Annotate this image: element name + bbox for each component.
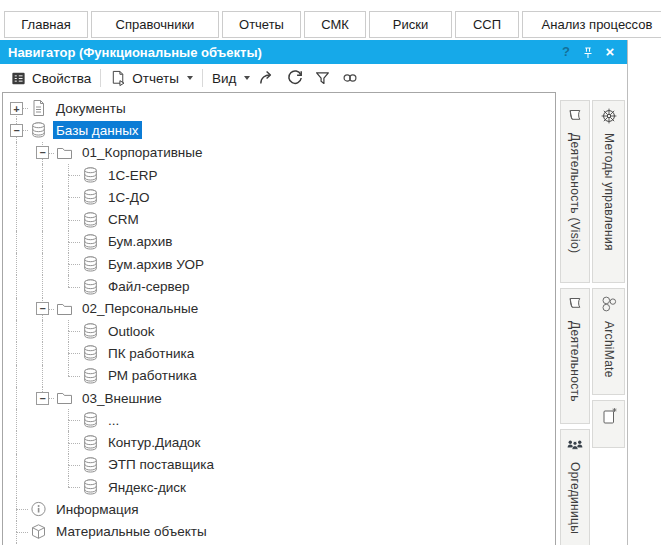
tree-junction [55, 342, 81, 364]
tree-item-label[interactable]: ПК работника [105, 344, 197, 362]
tree-item[interactable]: CRM [3, 208, 555, 230]
tree-junction: − [29, 298, 55, 320]
tree-indent-guide [3, 409, 29, 431]
ribbon-tab[interactable]: Справочники [91, 11, 219, 38]
ribbon-tab[interactable]: Риски [369, 11, 452, 38]
tree-item-label[interactable]: 1С-ДО [105, 188, 152, 206]
tree-item[interactable]: −02_Персональные [3, 298, 555, 320]
tree-indent-guide [3, 342, 29, 364]
tree-item-label[interactable]: Базы данных [53, 121, 142, 139]
chevron-down-icon [187, 76, 193, 80]
tree-item-label[interactable]: 1С-ERP [105, 166, 161, 184]
tree-item[interactable]: ... [3, 409, 555, 431]
tree-item-label[interactable]: РМ работника [105, 367, 200, 385]
tree-item[interactable]: ЭТП поставщика [3, 454, 555, 476]
properties-button[interactable]: Свойства [7, 68, 94, 89]
properties-icon [10, 70, 27, 87]
tree-item-label[interactable]: Outlook [105, 322, 158, 340]
tree-item[interactable]: ПК работника [3, 342, 555, 364]
reports-button[interactable]: Отчеты [107, 68, 196, 89]
tree-item[interactable]: −03_Внешние [3, 387, 555, 409]
tree-item-label[interactable]: Файл-сервер [105, 278, 193, 296]
tree-junction: − [3, 119, 29, 141]
folder-icon [55, 389, 74, 407]
tree-junction [55, 275, 81, 297]
tree-item[interactable]: Бум.архив [3, 231, 555, 253]
tree-item[interactable]: +Документы [3, 97, 555, 119]
tree-item[interactable]: Бум.архив УОР [3, 253, 555, 275]
tree-item-label[interactable]: ЭТП поставщика [105, 456, 217, 474]
reports-label: Отчеты [132, 71, 179, 86]
tree-item[interactable]: 1С-ERP [3, 164, 555, 186]
tree-item[interactable]: Файл-сервер [3, 275, 555, 297]
database-icon [81, 166, 100, 184]
page-new-icon [600, 407, 618, 425]
tree-item-label[interactable]: Информация [53, 500, 142, 518]
link-button[interactable] [336, 67, 364, 89]
view-label: Вид [212, 71, 236, 86]
tree-junction: − [29, 387, 55, 409]
chevron-down-icon [244, 76, 250, 80]
tree-indent-guide [29, 454, 55, 476]
go-to-button[interactable] [253, 67, 281, 89]
tree-item[interactable]: Контур.Диадок [3, 431, 555, 453]
tree-item-label[interactable]: Яндекс-диск [105, 478, 189, 496]
tree-item-label[interactable]: Документы [53, 99, 129, 117]
collapse-icon[interactable]: − [36, 146, 49, 159]
tree-junction [55, 164, 81, 186]
circles-icon [600, 295, 618, 313]
tree-item[interactable]: Outlook [3, 320, 555, 342]
ribbon-tab[interactable]: СМК [304, 11, 366, 38]
tree-indent-guide [29, 431, 55, 453]
help-icon[interactable]: ? [555, 40, 577, 64]
tree-item-label[interactable]: ... [105, 411, 122, 429]
document-icon [29, 99, 48, 117]
side-tab[interactable]: Методы управления [592, 100, 625, 283]
ribbon-tab[interactable]: Отчеты [222, 11, 301, 38]
collapse-icon[interactable]: − [36, 302, 49, 315]
tree-item-label[interactable]: Материальные объекты [53, 523, 210, 541]
tree-indent-guide [3, 231, 29, 253]
collapse-icon[interactable]: − [36, 392, 49, 405]
ribbon-tab[interactable]: Анализ процессов [522, 11, 661, 38]
ribbon-tab[interactable]: Главная [4, 11, 88, 38]
side-tab[interactable]: Деятельность (Visio) [560, 100, 590, 283]
tree-item-label[interactable]: CRM [105, 211, 142, 229]
collapse-icon[interactable]: − [10, 124, 23, 137]
side-tab[interactable] [592, 400, 625, 448]
expand-icon[interactable]: + [10, 102, 23, 115]
tree-item-label[interactable]: 02_Персональные [79, 300, 201, 318]
tree-item[interactable]: Информация [3, 498, 555, 520]
tree-item-label[interactable]: 01_Корпоративные [79, 144, 206, 162]
tree-junction [55, 253, 81, 275]
view-button[interactable]: Вид [209, 69, 253, 88]
tree-item-label[interactable]: 03_Внешние [79, 389, 165, 407]
tree-item[interactable]: Материальные объекты [3, 521, 555, 543]
database-icon [81, 211, 100, 229]
tree-item[interactable]: Яндекс-диск [3, 476, 555, 498]
tree-item[interactable]: РМ работника [3, 365, 555, 387]
tree-junction: − [29, 142, 55, 164]
pin-icon[interactable] [577, 40, 599, 64]
side-tab[interactable]: Деятельность [560, 288, 590, 424]
tree-indent-guide [3, 253, 29, 275]
side-tab[interactable]: ArchiMate [592, 288, 625, 395]
tree-item[interactable]: −Базы данных [3, 119, 555, 141]
navigator-panel: Навигатор (Функциональные объекты) ? × С… [0, 40, 628, 545]
close-icon[interactable]: × [599, 40, 621, 64]
side-tab[interactable]: Оргединицы [560, 429, 590, 545]
tree-item-label[interactable]: Бум.архив УОР [105, 255, 207, 273]
tree-item[interactable]: −01_Корпоративные [3, 142, 555, 164]
filter-button[interactable] [309, 68, 336, 89]
ribbon-tab[interactable]: ССП [455, 11, 519, 38]
database-icon [81, 344, 100, 362]
tree-item[interactable]: 1С-ДО [3, 186, 555, 208]
tree-item-label[interactable]: Контур.Диадок [105, 434, 204, 452]
navigator-title: Навигатор (Функциональные объекты) [8, 45, 262, 60]
flag-icon [566, 107, 584, 125]
tree-junction [3, 521, 29, 543]
tree-indent-guide [3, 476, 29, 498]
database-icon [81, 411, 100, 429]
tree-item-label[interactable]: Бум.архив [105, 233, 176, 251]
refresh-button[interactable] [281, 67, 309, 89]
